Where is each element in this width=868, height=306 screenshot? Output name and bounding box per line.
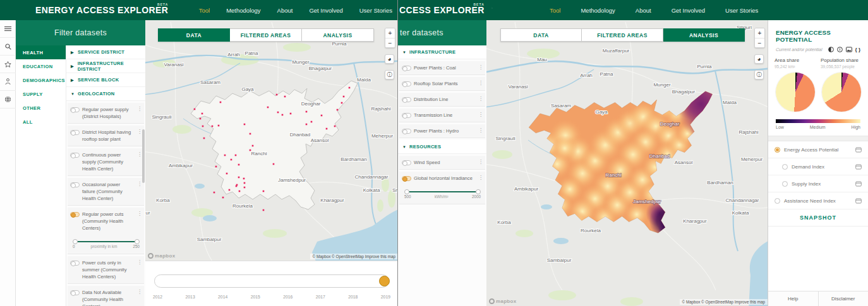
kebab-menu-icon[interactable]: ⋮ <box>478 96 483 103</box>
dataset-row[interactable]: Transmission Line⋮ <box>399 109 485 122</box>
dataset-group-geolocation[interactable]: ▼GEOLOCATION <box>66 87 145 101</box>
map-canvas[interactable]: SiliguriMuzaffarpurMauPurniaVaranasiArra… <box>486 20 768 306</box>
kebab-menu-icon[interactable]: ⋮ <box>478 112 483 119</box>
dataset-toggle[interactable] <box>70 261 80 266</box>
slider-knob-min[interactable] <box>73 239 78 244</box>
export-icon[interactable] <box>855 178 862 189</box>
dataset-row[interactable]: Global horizontal Irradiance⋮500kWh/m²20… <box>399 172 485 204</box>
dataset-toggle[interactable] <box>70 290 80 295</box>
zoom-out-button[interactable]: − <box>755 38 764 47</box>
export-icon[interactable] <box>855 144 862 155</box>
sidebar-category-health[interactable]: HEALTH <box>16 45 66 59</box>
slider-knob-min[interactable] <box>404 189 409 194</box>
export-icon[interactable] <box>855 161 862 172</box>
nav-item-methodology[interactable]: Methodology <box>226 7 260 14</box>
zoom-in-button[interactable]: + <box>755 28 764 38</box>
dataset-toggle[interactable] <box>402 66 411 71</box>
dataset-row[interactable]: Continuous power supply (Community Healt… <box>68 148 144 176</box>
code-icon[interactable]: { } <box>855 47 860 52</box>
kebab-menu-icon[interactable]: ⋮ <box>478 64 483 71</box>
nav-item-get-involved[interactable]: Get Involved <box>672 7 705 14</box>
nav-item-about[interactable]: About <box>277 7 293 14</box>
kebab-menu-icon[interactable]: ⋮ <box>137 211 142 232</box>
dataset-row[interactable]: Regular power supply (District Hospitals… <box>68 103 144 124</box>
index-option-energy-access-potential[interactable]: Energy Access Potential <box>768 141 868 158</box>
dataset-row[interactable]: Rooftop Solar Plants⋮ <box>399 77 485 91</box>
dataset-toggle[interactable] <box>402 129 411 134</box>
nav-item-user-stories[interactable]: User Stories <box>359 7 392 14</box>
star-icon[interactable] <box>0 56 16 73</box>
index-option-demand-index[interactable]: Demand Index <box>768 158 868 175</box>
radio-button[interactable] <box>782 181 788 187</box>
nav-item-methodology[interactable]: Methodology <box>581 7 615 14</box>
dataset-row[interactable]: Power cuts only in summer (Community Hea… <box>68 256 144 284</box>
dataset-group-infrastructure[interactable]: ▼INFRASTRUCTURE <box>398 45 486 59</box>
scrollbar[interactable] <box>142 129 145 183</box>
basemap-icon[interactable]: ◕ <box>385 54 394 64</box>
tab-analysis[interactable]: ANALYSIS <box>302 28 374 42</box>
sidebar-category-all[interactable]: ALL <box>16 115 66 129</box>
mapbox-logo[interactable]: mapbox <box>148 253 175 259</box>
dataset-toggle[interactable] <box>70 107 80 112</box>
info-icon[interactable] <box>837 47 843 52</box>
tab-filtered-areas[interactable]: FILTERED AREAS <box>230 28 302 42</box>
dataset-row[interactable]: District Hospital having rooftop solar p… <box>68 126 144 146</box>
dataset-row[interactable]: Wind Speed⋮ <box>399 156 485 170</box>
nav-item-tool[interactable]: Tool <box>550 7 560 14</box>
dataset-toggle[interactable] <box>70 153 80 158</box>
person-pin-icon[interactable] <box>0 73 16 91</box>
kebab-menu-icon[interactable]: ⋮ <box>137 259 142 280</box>
info-icon[interactable]: ⓘ <box>385 70 394 79</box>
globe-icon[interactable] <box>0 91 16 109</box>
dataset-row[interactable]: Power Plants : Coal⋮ <box>399 61 485 75</box>
dataset-row[interactable]: Data Not Available (Community Health Cen… <box>68 286 144 306</box>
radio-button[interactable] <box>775 198 780 204</box>
tab-data[interactable]: DATA <box>158 28 230 42</box>
dataset-group-service-block[interactable]: ▶SERVICE BLOCK <box>66 73 145 87</box>
info-icon[interactable]: ⓘ <box>754 70 764 79</box>
radio-button[interactable] <box>775 147 780 153</box>
nav-item-about[interactable]: About <box>636 7 651 14</box>
dataset-toggle[interactable] <box>402 81 411 86</box>
dataset-toggle[interactable] <box>402 113 411 118</box>
contrast-icon[interactable] <box>828 47 834 52</box>
dataset-row[interactable]: Occasional power failure (Community Heal… <box>68 178 144 206</box>
footer-help-button[interactable]: Help <box>768 291 818 306</box>
tab-data[interactable]: DATA <box>500 28 582 42</box>
slider-knob-max[interactable] <box>476 189 481 194</box>
dataset-toggle[interactable] <box>70 182 80 187</box>
dataset-group-service-district[interactable]: ▶SERVICE DISTRICT <box>66 45 145 59</box>
dataset-group-resources[interactable]: ▼RESOURCES <box>398 140 486 154</box>
footer-disclaimer-button[interactable]: Disclaimer <box>818 291 868 306</box>
snapshot-button[interactable]: SNAPSHOT <box>768 209 868 227</box>
app-logo[interactable]: CCESS EXPLORERBETA <box>399 5 485 15</box>
dataset-toggle[interactable] <box>70 212 80 217</box>
timeline-slider[interactable] <box>154 274 389 288</box>
map-attribution[interactable]: © Mapbox © OpenStreetMap Improve this ma… <box>680 299 768 305</box>
kebab-menu-icon[interactable]: ⋮ <box>137 106 142 120</box>
map-canvas[interactable]: VaranasiArrahPatnaPurniaMungerBhagalpurM… <box>145 20 398 261</box>
tab-analysis[interactable]: ANALYSIS <box>663 28 745 42</box>
kebab-menu-icon[interactable]: ⋮ <box>137 129 142 143</box>
nav-item-tool[interactable]: Tool <box>199 7 210 14</box>
basemap-icon[interactable]: ◕ <box>754 54 764 64</box>
dataset-group-infrastructure-district[interactable]: ▶INFRASTRUCTURE DISTRICT <box>66 59 145 73</box>
image-icon[interactable] <box>846 47 852 52</box>
slider-knob-max[interactable] <box>135 239 140 244</box>
search-icon[interactable] <box>0 38 16 56</box>
list-icon[interactable] <box>0 20 16 38</box>
zoom-in-button[interactable]: + <box>385 28 395 38</box>
nav-item-get-involved[interactable]: Get Involved <box>309 7 342 14</box>
radio-button[interactable] <box>782 164 788 170</box>
sidebar-category-other[interactable]: OTHER <box>16 101 66 115</box>
slider-track[interactable] <box>75 241 137 242</box>
dataset-row[interactable]: Power Plants : Hydro⋮ <box>399 124 485 138</box>
app-logo[interactable]: ENERGY ACCESS EXPLORERBETA <box>35 5 168 15</box>
sidebar-category-demographics[interactable]: DEMOGRAPHICS <box>16 73 66 87</box>
sidebar-category-supply[interactable]: SUPPLY <box>16 87 66 101</box>
dataset-toggle[interactable] <box>402 160 411 165</box>
kebab-menu-icon[interactable]: ⋮ <box>137 289 142 306</box>
map-attribution[interactable]: © Mapbox © OpenStreetMap Improve this ma… <box>310 254 398 259</box>
tab-filtered-areas[interactable]: FILTERED AREAS <box>582 28 663 42</box>
nav-item-user-stories[interactable]: User Stories <box>725 7 758 14</box>
